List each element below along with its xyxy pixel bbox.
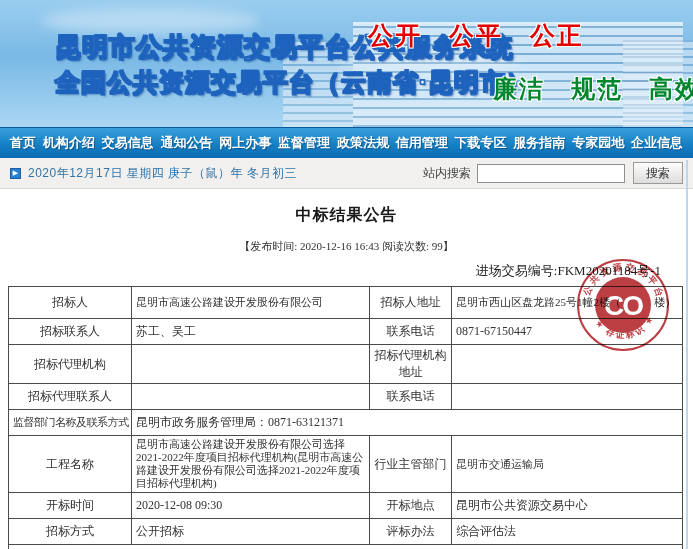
contact-label: 招标联系人 bbox=[9, 319, 132, 345]
publish-meta: 【发布时间: 2020-12-16 16:43 阅读次数: 99】 bbox=[0, 239, 693, 254]
agency-phone-value bbox=[452, 384, 683, 410]
table-row: 招标方式 公开招标 评标办法 综合评估法 bbox=[9, 519, 683, 545]
site-banner: 昆明市公共资源交易平台公共服务系统 全国公共资源交易平台（云南省·昆明市） 公开… bbox=[0, 0, 693, 127]
evaluation-method-value: 综合评估法 bbox=[452, 519, 683, 545]
supervisor-label: 监督部门名称及联系方式： bbox=[9, 410, 132, 436]
nav-item-online-services[interactable]: 网上办事 bbox=[219, 134, 271, 152]
tenderer-label: 招标人 bbox=[9, 287, 132, 319]
bid-method-label: 招标方式 bbox=[9, 519, 132, 545]
table-row: 招标人 昆明市高速公路建设开发股份有限公司 招标人地址 昆明市西山区盘龙路25号… bbox=[9, 287, 683, 319]
nav-item-org-intro[interactable]: 机构介绍 bbox=[43, 134, 95, 152]
site-search: 站内搜索 搜索 bbox=[423, 162, 683, 184]
nav-item-service-guide[interactable]: 服务指南 bbox=[513, 134, 565, 152]
winner-table: 中标人信息 中标人名称 项目负责人 项目负责人 相关证书名称和编号 技术负责人 … bbox=[8, 544, 683, 549]
nav-item-supervision[interactable]: 监督管理 bbox=[278, 134, 330, 152]
winner-section-title: 中标人信息 bbox=[9, 545, 683, 549]
table-row: 中标人信息 bbox=[9, 545, 683, 549]
bid-method-value: 公开招标 bbox=[132, 519, 370, 545]
nav-item-home[interactable]: 首页 bbox=[10, 134, 36, 152]
slogan-fairness: 公开 公平 公正 bbox=[368, 19, 584, 52]
search-input[interactable] bbox=[477, 164, 625, 183]
announcement-content: 中标结果公告 【发布时间: 2020-12-16 16:43 阅读次数: 99】… bbox=[0, 190, 693, 549]
nav-item-experts[interactable]: 专家园地 bbox=[572, 134, 624, 152]
table-row: 招标代理机构 招标代理机构地址 bbox=[9, 345, 683, 384]
agency-address-value bbox=[452, 345, 683, 384]
agency-contact-label: 招标代理联系人 bbox=[9, 384, 132, 410]
contact-value: 苏工、吴工 bbox=[132, 319, 370, 345]
project-name-label: 工程名称 bbox=[9, 436, 132, 493]
agency-value bbox=[132, 345, 370, 384]
slogan-integrity: 廉洁 规范 高效 bbox=[493, 73, 693, 105]
industry-dept-value: 昆明市交通运输局 bbox=[452, 436, 683, 493]
page: 昆明市公共资源交易平台公共服务系统 全国公共资源交易平台（云南省·昆明市） 公开… bbox=[0, 0, 693, 549]
industry-dept-label: 行业主管部门 bbox=[370, 436, 452, 493]
nav-item-enterprise[interactable]: 企业信息 bbox=[631, 134, 683, 152]
nav-item-downloads[interactable]: 下载专区 bbox=[455, 134, 507, 152]
opening-time-value: 2020-12-08 09:30 bbox=[132, 493, 370, 519]
nav-item-policies[interactable]: 政策法规 bbox=[337, 134, 389, 152]
agency-address-label: 招标代理机构地址 bbox=[370, 345, 452, 384]
date-icon: ▶ bbox=[10, 168, 21, 179]
table-row: 开标时间 2020-12-08 09:30 开标地点 昆明市公共资源交易中心 bbox=[9, 493, 683, 519]
project-name-value: 昆明市高速公路建设开发股份有限公司选择2021-2022年度项目招标代理机构(昆… bbox=[132, 436, 370, 493]
agency-contact-value bbox=[132, 384, 370, 410]
opening-time-label: 开标时间 bbox=[9, 493, 132, 519]
supervisor-value: 昆明市政务服务管理局：0871-63121371 bbox=[132, 410, 683, 436]
table-row: 招标联系人 苏工、吴工 联系电话 0871-67150447 bbox=[9, 319, 683, 345]
search-button[interactable]: 搜索 bbox=[633, 162, 683, 184]
table-row: 工程名称 昆明市高速公路建设开发股份有限公司选择2021-2022年度项目招标代… bbox=[9, 436, 683, 493]
phone-label: 联系电话 bbox=[370, 319, 452, 345]
nav-item-trade-info[interactable]: 交易信息 bbox=[102, 134, 154, 152]
nav-item-notices[interactable]: 通知公告 bbox=[160, 134, 212, 152]
page-title: 中标结果公告 bbox=[0, 205, 693, 226]
tenderer-address-value: 昆明市西山区盘龙路25号1幢2楼（ 楼） bbox=[452, 287, 683, 319]
agency-phone-label: 联系电话 bbox=[370, 384, 452, 410]
agency-label: 招标代理机构 bbox=[9, 345, 132, 384]
phone-value: 0871-67150447 bbox=[452, 319, 683, 345]
opening-place-label: 开标地点 bbox=[370, 493, 452, 519]
main-nav: 首页 机构介绍 交易信息 通知公告 网上办事 监督管理 政策法规 信用管理 下载… bbox=[0, 127, 693, 158]
trade-number: 进场交易编号:FKM20201184号-1 bbox=[0, 262, 693, 280]
tenderer-value: 昆明市高速公路建设开发股份有限公司 bbox=[132, 287, 370, 319]
current-date: 2020年12月17日 星期四 庚子（鼠）年 冬月初三 bbox=[28, 165, 297, 182]
evaluation-method-label: 评标办法 bbox=[370, 519, 452, 545]
site-title-sub: 全国公共资源交易平台（云南省·昆明市） bbox=[55, 66, 532, 99]
opening-place-value: 昆明市公共资源交易中心 bbox=[452, 493, 683, 519]
tenderer-address-label: 招标人地址 bbox=[370, 287, 452, 319]
table-row: 招标代理联系人 联系电话 bbox=[9, 384, 683, 410]
nav-item-credit[interactable]: 信用管理 bbox=[396, 134, 448, 152]
search-label: 站内搜索 bbox=[423, 165, 471, 182]
date-search-bar: ▶ 2020年12月17日 星期四 庚子（鼠）年 冬月初三 站内搜索 搜索 bbox=[0, 158, 693, 189]
content-edge-divider bbox=[686, 160, 688, 549]
bid-info-table: 招标人 昆明市高速公路建设开发股份有限公司 招标人地址 昆明市西山区盘龙路25号… bbox=[8, 286, 683, 545]
table-row: 监督部门名称及联系方式： 昆明市政务服务管理局：0871-63121371 bbox=[9, 410, 683, 436]
